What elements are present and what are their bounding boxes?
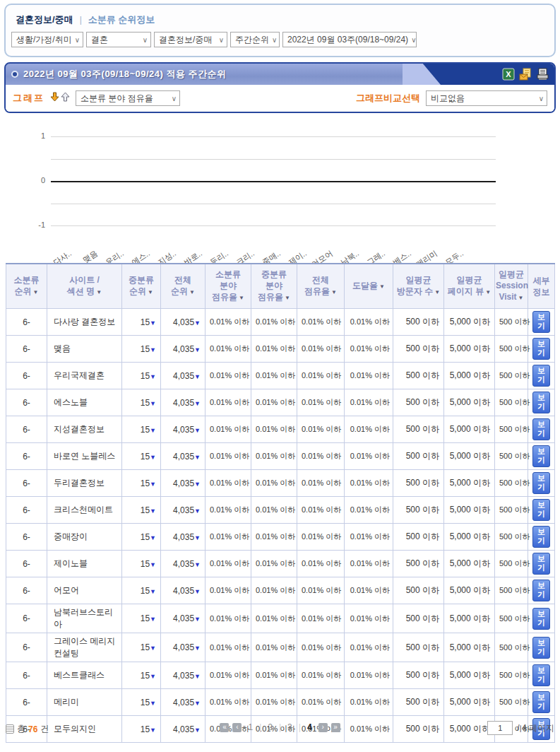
cell-total-rank: 4,035▼ [161, 689, 205, 716]
filter-select-4[interactable]: 주간순위∨ [230, 32, 280, 47]
cell-detail: 보기 [528, 389, 555, 416]
last-page-button[interactable]: » [331, 723, 340, 732]
cell-total-share: 0.01% 이하 [297, 662, 345, 689]
sort-arrow-icon[interactable]: ▼ [285, 295, 290, 301]
view-detail-button[interactable]: 보기 [532, 526, 550, 548]
view-detail-button[interactable]: 보기 [532, 637, 550, 659]
cell-site-name: 베스트클래스 [47, 662, 122, 689]
column-header-6[interactable]: 중분류분야점유율▼ [251, 264, 297, 309]
cell-total-share: 0.01% 이하 [297, 389, 345, 416]
rank-down-icon: ▼ [194, 319, 201, 327]
tab-subcategory-rank-info[interactable]: 소분류 순위정보 [88, 13, 155, 26]
column-header-7[interactable]: 전체점유율▼ [297, 264, 345, 309]
filter-select-3[interactable]: 결혼정보/중매∨ [154, 32, 227, 47]
page-number-1[interactable]: 1 [245, 722, 256, 732]
sort-arrow-icon[interactable]: ▼ [189, 289, 195, 295]
view-detail-button[interactable]: 보기 [532, 472, 550, 494]
cell-sub-rank: 6- [6, 470, 47, 497]
column-header-3[interactable]: 중분류순위▼ [122, 264, 161, 309]
prev-page-button[interactable]: ‹ [232, 723, 242, 732]
view-detail-button[interactable]: 보기 [532, 608, 550, 630]
table-row: 6-바로연 노블레스15▼4,035▼0.01% 이하0.01% 이하0.01%… [6, 443, 555, 470]
chevron-down-icon: ∨ [172, 95, 177, 102]
filter-select-2[interactable]: 결혼∨ [86, 32, 151, 47]
column-header-10[interactable]: 일평균페이지 뷰▼ [444, 264, 495, 309]
mail-icon[interactable] [519, 68, 532, 81]
cell-mid-rank: 15▼ [122, 524, 161, 551]
page-number-2[interactable]: 2 [265, 722, 275, 732]
graph-metric-select[interactable]: 소분류 분야 점유율 ∨ [76, 90, 180, 106]
first-page-button[interactable]: « [220, 723, 229, 732]
filter-select-value: 생활/가정/취미 [16, 34, 72, 46]
tab-separator: | [80, 15, 82, 25]
view-detail-button[interactable]: 보기 [532, 311, 550, 333]
view-detail-button[interactable]: 보기 [532, 418, 550, 440]
sort-arrow-icon[interactable]: ▼ [379, 283, 385, 290]
cell-sub-rank: 6- [6, 309, 47, 336]
view-detail-button[interactable]: 보기 [532, 580, 550, 601]
view-detail-button[interactable]: 보기 [532, 499, 550, 521]
rank-down-icon: ▼ [150, 673, 156, 680]
bar-title-area: 2022년 09월 03주(09/18~09/24) 적용 주간순위 [6, 64, 403, 85]
cell-sub-rank: 6- [6, 604, 47, 633]
sort-arrow-icon[interactable]: ▼ [331, 289, 337, 295]
cell-daily-visitors: 500 이하 [393, 363, 444, 389]
cell-mid-share: 0.01% 이하 [251, 443, 297, 470]
page-number-4[interactable]: 4 [304, 722, 315, 732]
page-jump-input[interactable] [487, 721, 513, 735]
sort-arrow-icon[interactable]: ▼ [434, 289, 440, 295]
excel-icon[interactable]: X [502, 68, 515, 81]
page-number-3[interactable]: 3 [285, 722, 295, 732]
cell-total-rank: 4,035▼ [161, 389, 205, 416]
cell-daily-visitors: 500 이하 [393, 497, 444, 524]
filter-row: 생활/가정/취미∨결혼∨결혼정보/중매∨주간순위∨2022년 09월 03주(0… [6, 26, 554, 47]
cell-daily-session: 500 이하 [495, 604, 528, 633]
table-footer: 총 76 건 «‹1|2|3|4›» / 4 페이지 [6, 721, 554, 739]
rank-down-icon: ▼ [150, 373, 156, 380]
cell-site-name: 다사랑 결혼정보 [47, 309, 122, 336]
sort-arrow-icon[interactable]: ▼ [96, 289, 102, 295]
arrow-up-icon[interactable] [61, 92, 70, 105]
cell-daily-visitors: 500 이하 [393, 443, 444, 470]
sort-arrow-icon[interactable]: ▼ [33, 289, 39, 295]
table-row: 6-지성결혼정보15▼4,035▼0.01% 이하0.01% 이하0.01% 이… [6, 416, 555, 443]
rank-title-bar: 2022년 09월 03주(09/18~09/24) 적용 주간순위 X [6, 64, 554, 85]
cell-mid-share: 0.01% 이하 [251, 470, 297, 497]
view-detail-button[interactable]: 보기 [532, 338, 550, 360]
sort-arrow-icon[interactable]: ▼ [239, 295, 244, 301]
view-detail-button[interactable]: 보기 [532, 664, 550, 686]
column-header-2[interactable]: 사이트 /섹션 명▼ [47, 264, 122, 309]
filter-select-5[interactable]: 2022년 09월 03주(09/18~09/24)∨ [282, 32, 417, 47]
cell-mid-share: 0.01% 이하 [251, 689, 297, 716]
sort-arrow-icon[interactable]: ▼ [485, 289, 491, 295]
filter-select-1[interactable]: 생활/가정/취미∨ [11, 32, 83, 47]
sort-arrow-icon[interactable]: ▼ [148, 289, 153, 295]
arrow-down-icon[interactable] [50, 92, 59, 105]
cell-mid-share: 0.01% 이하 [251, 497, 297, 524]
sort-arrow-icon[interactable]: ▼ [518, 295, 524, 301]
view-detail-button[interactable]: 보기 [532, 392, 550, 413]
cell-sub-share: 0.01% 이하 [205, 389, 251, 416]
view-detail-button[interactable]: 보기 [532, 365, 550, 387]
column-header-5[interactable]: 소분류분야점유율▼ [205, 264, 251, 309]
next-page-button[interactable]: › [318, 723, 328, 732]
column-header-1[interactable]: 소분류순위▼ [6, 264, 47, 309]
view-detail-button[interactable]: 보기 [532, 691, 550, 713]
graph-compare-select[interactable]: 비교없음 ∨ [426, 90, 547, 106]
y-axis-tick-label: -1 [25, 221, 45, 229]
view-detail-button[interactable]: 보기 [532, 445, 550, 467]
rank-down-icon: ▼ [150, 427, 156, 434]
rank-title: 2022년 09월 03주(09/18~09/24) 적용 주간순위 [23, 68, 227, 81]
cell-daily-pageviews: 5,000 이하 [444, 551, 495, 577]
page-separator: | [279, 722, 281, 732]
cell-total-share: 0.01% 이하 [297, 416, 345, 443]
cell-daily-visitors: 500 이하 [393, 309, 444, 336]
print-icon[interactable] [536, 68, 549, 81]
column-header-11[interactable]: 일평균SessionVisit▼ [495, 264, 528, 309]
cell-site-name: 어모어 [47, 577, 122, 604]
cell-mid-rank: 15▼ [122, 689, 161, 716]
column-header-4[interactable]: 전체순위▼ [161, 264, 205, 309]
view-detail-button[interactable]: 보기 [532, 553, 550, 575]
column-header-8[interactable]: 도달율▼ [345, 264, 393, 309]
column-header-9[interactable]: 일평균방문자 수▼ [393, 264, 444, 309]
